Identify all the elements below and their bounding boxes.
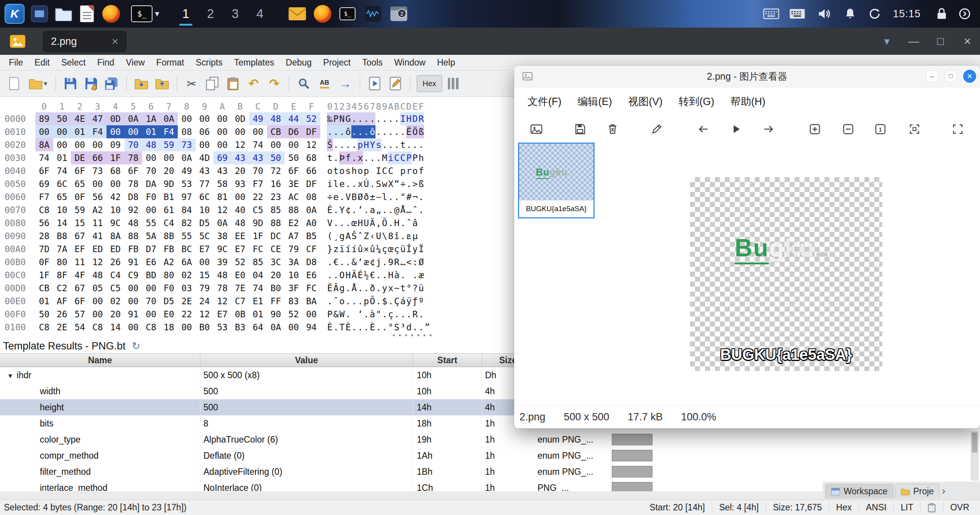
ascii-char[interactable]: p — [357, 138, 363, 151]
ascii-char[interactable]: . — [400, 216, 406, 230]
ascii-char[interactable]: ‰ — [327, 112, 333, 125]
ascii-char[interactable]: V — [345, 190, 351, 203]
ascii-char[interactable]: . — [406, 308, 412, 321]
undo-icon[interactable] — [244, 74, 263, 93]
ascii-char[interactable]: € — [369, 269, 375, 282]
ascii-char[interactable]: . — [375, 295, 382, 308]
viewer-maximize-button[interactable] — [944, 70, 957, 83]
tab-close-icon[interactable] — [111, 36, 118, 47]
image-mode-icon[interactable] — [529, 122, 543, 136]
viewer-menu-g[interactable]: 转到(G) — [670, 95, 722, 108]
hex-byte[interactable]: 0D — [107, 112, 125, 125]
hex-byte[interactable]: B8 — [53, 230, 71, 243]
cut-icon[interactable] — [182, 74, 201, 93]
workspace-2[interactable]: 2 — [202, 0, 219, 28]
hex-byte[interactable]: D8 — [125, 190, 143, 203]
ascii-char[interactable]: o — [339, 164, 345, 177]
redo-icon[interactable] — [265, 74, 284, 93]
status-charset[interactable]: ANSI — [859, 502, 893, 513]
ascii-char[interactable]: . — [351, 177, 357, 190]
hex-byte[interactable]: 2E — [178, 295, 196, 308]
hex-byte[interactable]: ED — [107, 243, 125, 256]
hex-byte[interactable]: AC — [285, 190, 303, 203]
hex-byte[interactable]: 00 — [125, 321, 143, 334]
hex-byte[interactable]: 8A — [107, 230, 125, 243]
menu-edit[interactable]: Edit — [29, 57, 56, 68]
hex-byte[interactable]: C2 — [53, 282, 71, 295]
viewer-menu-f[interactable]: 文件(F) — [519, 95, 569, 108]
hex-byte[interactable]: E6 — [303, 269, 321, 282]
hex-byte[interactable]: 70 — [142, 295, 160, 308]
hex-byte[interactable]: 14 — [53, 216, 71, 230]
ascii-char[interactable]: Ö — [412, 125, 418, 138]
ascii-char[interactable]: . — [327, 256, 333, 269]
ascii-char[interactable]: . — [406, 138, 412, 151]
hex-byte[interactable]: 12 — [303, 138, 321, 151]
ascii-char[interactable]: w — [382, 177, 388, 190]
hex-byte[interactable]: 00 — [89, 308, 107, 321]
status-endianness[interactable]: LIT — [893, 502, 920, 513]
hex-byte[interactable]: 00 — [196, 138, 214, 151]
hex-byte[interactable]: 01 — [35, 295, 53, 308]
ascii-char[interactable]: Þ — [339, 151, 345, 164]
ascii-char[interactable]: P — [412, 151, 418, 164]
chevron-down-icon[interactable] — [155, 9, 159, 19]
ascii-char[interactable]: H — [363, 138, 369, 151]
ascii-char[interactable]: . — [345, 138, 351, 151]
ascii-char[interactable]: C — [400, 151, 406, 164]
ascii-char[interactable]: y — [382, 282, 388, 295]
hex-byte[interactable]: 78 — [213, 282, 231, 295]
ascii-char[interactable]: ¯ — [333, 295, 339, 308]
hex-byte[interactable]: D5 — [196, 216, 214, 230]
hex-byte[interactable]: 00 — [249, 125, 267, 138]
ascii-char[interactable]: H — [406, 112, 412, 125]
ascii-char[interactable]: t — [327, 151, 333, 164]
hex-byte[interactable]: A2 — [89, 203, 107, 216]
column-header-value[interactable]: Value — [200, 354, 413, 367]
hex-byte[interactable]: 00 — [142, 308, 160, 321]
maximize-icon[interactable] — [934, 35, 947, 48]
hex-byte[interactable]: 16 — [267, 177, 285, 190]
hex-byte[interactable]: 18 — [160, 321, 178, 334]
hex-byte[interactable]: 06 — [196, 125, 214, 138]
ascii-char[interactable]: û — [369, 243, 375, 256]
ascii-char[interactable]: . — [412, 321, 418, 334]
ascii-char[interactable]: . — [339, 190, 345, 203]
workspace-1[interactable]: 1 — [177, 0, 194, 28]
ascii-char[interactable]: S — [394, 321, 400, 334]
ascii-char[interactable]: p — [363, 164, 369, 177]
menu-file[interactable]: File — [3, 57, 29, 68]
hex-toggle-button[interactable]: Hex — [417, 75, 442, 92]
tab-workspace[interactable]: Workspace — [825, 484, 893, 499]
fullscreen-icon[interactable] — [951, 122, 965, 136]
hex-byte[interactable]: AF — [53, 295, 71, 308]
hex-byte[interactable]: 48 — [142, 138, 160, 151]
ascii-char[interactable]: ð — [369, 282, 375, 295]
ascii-char[interactable]: Ú — [363, 177, 369, 190]
main-image[interactable]: Bugku... BUGKU{a1e5aSA} — [690, 177, 882, 371]
ascii-char[interactable]: . — [418, 321, 424, 334]
hex-byte[interactable]: 58 — [213, 177, 231, 190]
hex-byte[interactable]: F7 — [35, 190, 53, 203]
tray-lock[interactable] — [933, 0, 950, 28]
ascii-char[interactable]: . — [345, 177, 351, 190]
hex-byte[interactable]: 55 — [142, 216, 160, 230]
goto-icon[interactable] — [336, 74, 355, 93]
ascii-char[interactable]: t — [400, 282, 406, 295]
ascii-char[interactable]: . — [363, 282, 369, 295]
ascii-char[interactable]: . — [375, 321, 382, 334]
ascii-char[interactable]: . — [418, 308, 424, 321]
hex-byte[interactable]: 03 — [178, 282, 196, 295]
tray-volume[interactable] — [814, 0, 834, 28]
ascii-char[interactable]: . — [375, 269, 382, 282]
hex-byte[interactable]: 00 — [71, 138, 89, 151]
hex-byte[interactable]: 12 — [196, 308, 214, 321]
ascii-char[interactable]: \ — [382, 230, 388, 243]
tab-project[interactable]: Proje — [895, 484, 940, 499]
hex-byte[interactable]: D5 — [160, 295, 178, 308]
hex-byte[interactable]: B3 — [231, 321, 249, 334]
hex-byte[interactable]: FC — [303, 282, 321, 295]
hex-byte[interactable]: 10 — [53, 203, 71, 216]
hex-byte[interactable]: 20 — [231, 164, 249, 177]
ascii-char[interactable]: } — [327, 243, 333, 256]
